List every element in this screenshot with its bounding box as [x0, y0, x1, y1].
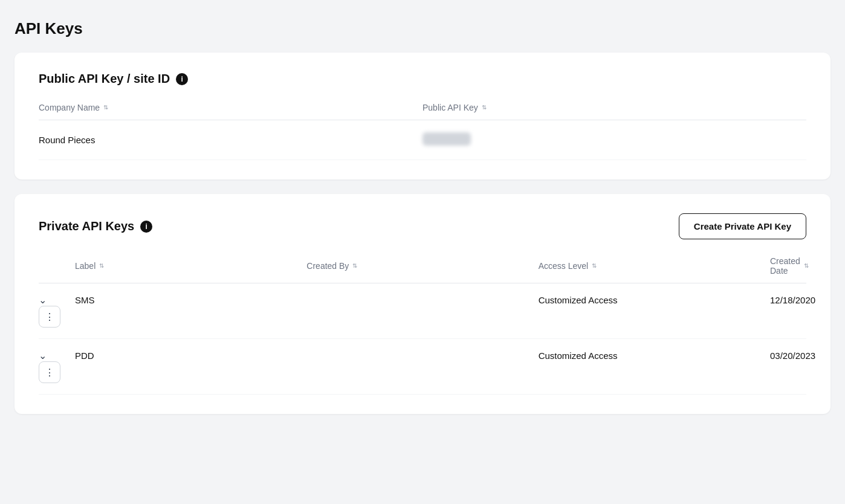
actions-sms: ⋮	[39, 306, 75, 328]
public-api-key-header: Public API Key / site ID i	[39, 72, 806, 86]
public-key-table-header: Company Name ⇅ Public API Key ⇅	[39, 103, 806, 120]
created-date-pdd: 03/20/2023	[770, 351, 806, 361]
page-title: API Keys	[15, 19, 830, 38]
created-by-col-label: Created By	[306, 261, 349, 271]
public-api-key-label: Public API Key	[422, 103, 478, 112]
expand-pdd[interactable]: ⌄	[39, 350, 75, 361]
public-key-table-row: Round Pieces	[39, 120, 806, 160]
actions-pdd: ⋮	[39, 361, 75, 383]
private-api-key-card: Private API Keys i Create Private API Ke…	[15, 194, 830, 414]
label-sort-icon[interactable]: ⇅	[99, 263, 104, 269]
public-api-key-col-header: Public API Key ⇅	[422, 103, 806, 112]
more-actions-pdd-button[interactable]: ⋮	[39, 361, 60, 383]
company-name-sort-icon[interactable]: ⇅	[103, 105, 108, 111]
private-api-key-info-icon[interactable]: i	[140, 221, 152, 233]
access-level-col-header: Access Level ⇅	[539, 261, 770, 271]
create-private-api-key-button[interactable]: Create Private API Key	[679, 213, 806, 239]
access-level-pdd: Customized Access	[539, 351, 770, 361]
company-name-label: Company Name	[39, 103, 100, 112]
private-key-row-pdd: ⌄ PDD Customized Access 03/20/2023 ⋮	[39, 339, 806, 395]
private-key-table-header: Label ⇅ Created By ⇅ Access Level ⇅ Crea…	[39, 256, 806, 283]
private-api-key-header-row: Private API Keys i Create Private API Ke…	[39, 213, 806, 239]
expand-sms[interactable]: ⌄	[39, 294, 75, 306]
company-name-col-header: Company Name ⇅	[39, 103, 422, 112]
blurred-api-key	[422, 132, 471, 146]
public-api-key-info-icon[interactable]: i	[176, 73, 188, 85]
company-name-cell: Round Pieces	[39, 135, 422, 145]
private-key-row-sms: ⌄ SMS Customized Access 12/18/2020 ⋮	[39, 283, 806, 339]
private-api-key-title: Private API Keys	[39, 219, 134, 233]
access-level-sms: Customized Access	[539, 295, 770, 305]
created-by-col-header: Created By ⇅	[306, 261, 538, 271]
access-level-col-label: Access Level	[539, 261, 588, 271]
created-date-col-label: Created Date	[770, 256, 800, 276]
chevron-down-icon-pdd: ⌄	[39, 351, 47, 361]
created-date-sort-icon[interactable]: ⇅	[804, 263, 809, 269]
ellipsis-vertical-icon-sms: ⋮	[45, 311, 54, 323]
created-by-sort-icon[interactable]: ⇅	[352, 263, 357, 269]
public-api-key-sort-icon[interactable]: ⇅	[482, 105, 487, 111]
label-col-label: Label	[75, 261, 96, 271]
label-col-header: Label ⇅	[75, 261, 306, 271]
created-date-sms: 12/18/2020	[770, 295, 806, 305]
ellipsis-vertical-icon-pdd: ⋮	[45, 367, 54, 378]
public-api-key-title: Public API Key / site ID	[39, 72, 170, 86]
public-api-key-cell	[422, 132, 806, 147]
label-pdd: PDD	[75, 351, 306, 361]
private-api-key-title-group: Private API Keys i	[39, 219, 152, 233]
chevron-down-icon-sms: ⌄	[39, 295, 47, 305]
created-date-col-header: Created Date ⇅	[770, 256, 806, 276]
label-sms: SMS	[75, 295, 306, 305]
access-level-sort-icon[interactable]: ⇅	[592, 263, 597, 269]
public-api-key-card: Public API Key / site ID i Company Name …	[15, 53, 830, 179]
more-actions-sms-button[interactable]: ⋮	[39, 306, 60, 328]
